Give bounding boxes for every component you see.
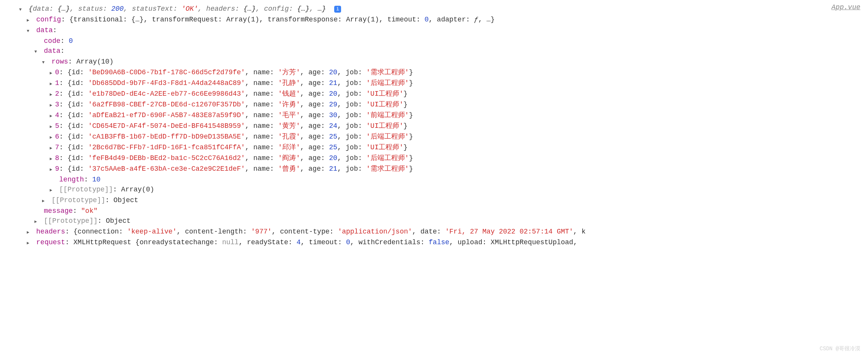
expand-arrow-icon[interactable]	[34, 216, 40, 227]
table-row[interactable]: 2: {id: 'e1b78DeD-dE4c-A2EE-eb77-6c6Ee99…	[8, 89, 860, 100]
prototype-outer[interactable]: [[Prototype]]: Object	[8, 216, 860, 227]
prototype-data[interactable]: [[Prototype]]: Object	[8, 195, 860, 206]
expand-arrow-icon[interactable]	[50, 164, 55, 175]
table-row[interactable]: 1: {id: 'Db685DDd-9b7F-4Fd3-F8d1-A4da244…	[8, 78, 860, 89]
expand-arrow-icon[interactable]	[27, 15, 32, 25]
data-row[interactable]: data:	[8, 25, 860, 36]
table-row[interactable]: 9: {id: '37c5AAeB-a4fE-63bA-ce3e-Ca2e9C2…	[8, 164, 860, 175]
expand-arrow-icon[interactable]	[50, 100, 55, 110]
expand-arrow-icon[interactable]	[19, 4, 24, 15]
expand-arrow-icon[interactable]	[42, 57, 47, 67]
expand-arrow-icon[interactable]	[34, 46, 40, 57]
code-row: code: 0	[8, 36, 860, 46]
expand-arrow-icon[interactable]	[50, 78, 55, 89]
inner-data-row[interactable]: data:	[8, 46, 860, 57]
expand-arrow-icon[interactable]	[50, 185, 55, 195]
source-file-link[interactable]: App.vue	[831, 2, 860, 12]
table-row[interactable]: 6: {id: 'cA1B3FfB-1b67-bEdD-ff7D-bD9eD13…	[8, 132, 860, 142]
expand-arrow-icon[interactable]	[50, 153, 55, 164]
table-row[interactable]: 4: {id: 'aDfEaB21-ef7D-690F-A5B7-483E87a…	[8, 110, 860, 121]
expand-arrow-icon[interactable]	[50, 67, 55, 78]
rows-label-row[interactable]: rows: Array(10)	[8, 57, 860, 67]
headers-row[interactable]: headers: {connection: 'keep-alive', cont…	[8, 227, 860, 237]
expand-arrow-icon[interactable]	[50, 89, 55, 100]
expand-arrow-icon[interactable]	[27, 25, 32, 36]
expand-arrow-icon[interactable]	[27, 227, 32, 237]
info-icon[interactable]: i	[334, 6, 341, 13]
config-row[interactable]: config: {transitional: {…}, transformReq…	[8, 15, 860, 25]
length-row: length: 10	[8, 175, 860, 185]
expand-arrow-icon[interactable]	[42, 195, 47, 206]
prototype-rows[interactable]: [[Prototype]]: Array(0)	[8, 185, 860, 195]
table-row[interactable]: 3: {id: '6a2fFB98-CBEf-27CB-DE6d-c12670F…	[8, 100, 860, 110]
expand-arrow-icon[interactable]	[50, 132, 55, 142]
object-summary-row[interactable]: {data: {…}, status: 200, statusText: 'OK…	[8, 4, 860, 15]
expand-arrow-icon[interactable]	[50, 121, 55, 132]
table-row[interactable]: 5: {id: 'CD654E7D-AF4f-5074-DeEd-BF64154…	[8, 121, 860, 132]
expand-arrow-icon[interactable]	[50, 110, 55, 121]
expand-arrow-icon[interactable]	[27, 237, 32, 248]
table-row[interactable]: 0: {id: 'BeD90A6B-C0D6-7b1f-178C-66d5cf2…	[8, 67, 860, 78]
table-row[interactable]: 7: {id: '2Bc6d7BC-FFb7-1dFD-16F1-fca851f…	[8, 142, 860, 153]
table-row[interactable]: 8: {id: 'feFB4d49-DEBb-BEd2-ba1c-5C2cC76…	[8, 153, 860, 164]
request-row[interactable]: request: XMLHttpRequest {onreadystatecha…	[8, 237, 860, 248]
message-row: message: "ok"	[8, 206, 860, 216]
expand-arrow-icon[interactable]	[50, 142, 55, 153]
